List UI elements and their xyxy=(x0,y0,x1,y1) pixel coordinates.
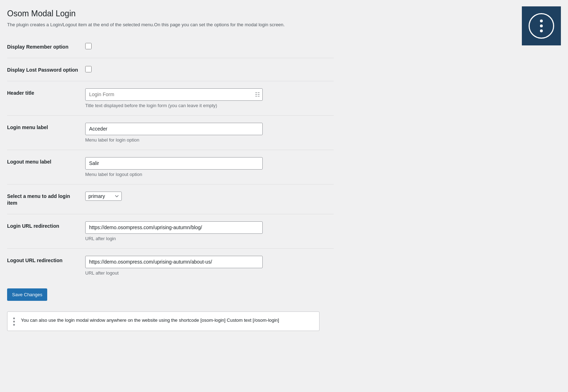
display-remember-field xyxy=(85,42,334,50)
select-menu-row: Select a menu to add login item primary … xyxy=(7,186,334,212)
divider-3 xyxy=(7,115,334,116)
display-remember-checkbox[interactable] xyxy=(85,43,92,49)
header-title-label: Header title xyxy=(7,88,85,97)
display-lost-password-field xyxy=(85,65,334,73)
logout-menu-label-field: Menu label for logout option xyxy=(85,157,334,177)
header-title-field: ☷ Title text displayed before the login … xyxy=(85,88,334,108)
save-changes-button[interactable]: Save Changes xyxy=(7,288,47,301)
logo-dot-middle xyxy=(540,24,543,27)
select-menu-dropdown[interactable]: primary secondary footer xyxy=(85,192,122,201)
notice-box: You can also use the login modal window … xyxy=(7,311,320,331)
header-title-description: Title text displayed before the login fo… xyxy=(85,103,334,108)
logout-menu-label-input[interactable] xyxy=(85,157,263,170)
notice-dot-3 xyxy=(13,324,15,326)
logout-menu-label-label: Logout menu label xyxy=(7,157,85,166)
header-title-input[interactable] xyxy=(85,88,263,101)
header-title-icon: ☷ xyxy=(255,91,260,98)
header-title-wrapper: ☷ xyxy=(85,88,263,101)
login-url-field: URL after login xyxy=(85,221,334,241)
logout-url-description: URL after logout xyxy=(85,270,334,276)
divider-6 xyxy=(7,214,334,214)
plugin-logo xyxy=(522,6,561,45)
login-menu-label-description: Menu label for login option xyxy=(85,137,334,143)
login-url-label: Login URL redirection xyxy=(7,221,85,230)
divider-5 xyxy=(7,184,334,184)
login-url-description: URL after login xyxy=(85,236,334,241)
logout-url-input[interactable] xyxy=(85,256,263,268)
login-url-row: Login URL redirection URL after login xyxy=(7,216,334,247)
display-remember-label: Display Remember option xyxy=(7,42,85,51)
select-menu-label: Select a menu to add login item xyxy=(7,192,85,207)
notice-dot-1 xyxy=(13,318,15,319)
logout-menu-label-row: Logout menu label Menu label for logout … xyxy=(7,151,334,183)
notice-dots xyxy=(13,317,17,326)
select-menu-field: primary secondary footer xyxy=(85,192,334,201)
login-menu-label-input[interactable] xyxy=(85,123,263,135)
divider-1 xyxy=(7,58,334,58)
logout-url-label: Logout URL redirection xyxy=(7,256,85,264)
display-lost-password-checkbox[interactable] xyxy=(85,66,92,72)
logo-dot-top xyxy=(540,20,543,22)
logout-menu-label-description: Menu label for logout option xyxy=(85,172,334,177)
notice-dot-2 xyxy=(13,321,15,322)
notice-text: You can also use the login modal window … xyxy=(21,317,279,324)
header-title-row: Header title ☷ Title text displayed befo… xyxy=(7,83,334,114)
page-title: Osom Modal Login xyxy=(7,9,334,19)
display-lost-password-row: Display Lost Password option xyxy=(7,60,334,79)
display-remember-row: Display Remember option xyxy=(7,37,334,56)
divider-4 xyxy=(7,150,334,150)
page-description: The plugin creates a Login/Logout item a… xyxy=(7,21,334,28)
logo-dot-bottom xyxy=(540,29,543,32)
logout-url-row: Logout URL redirection URL after logout xyxy=(7,250,334,281)
logout-url-field: URL after logout xyxy=(85,256,334,276)
display-lost-password-label: Display Lost Password option xyxy=(7,65,85,74)
login-url-input[interactable] xyxy=(85,221,263,234)
login-menu-label-field: Menu label for login option xyxy=(85,123,334,143)
divider-2 xyxy=(7,81,334,81)
divider-7 xyxy=(7,248,334,249)
logo-circle xyxy=(529,13,554,39)
login-menu-label-row: Login menu label Menu label for login op… xyxy=(7,117,334,148)
login-menu-label-label: Login menu label xyxy=(7,123,85,131)
